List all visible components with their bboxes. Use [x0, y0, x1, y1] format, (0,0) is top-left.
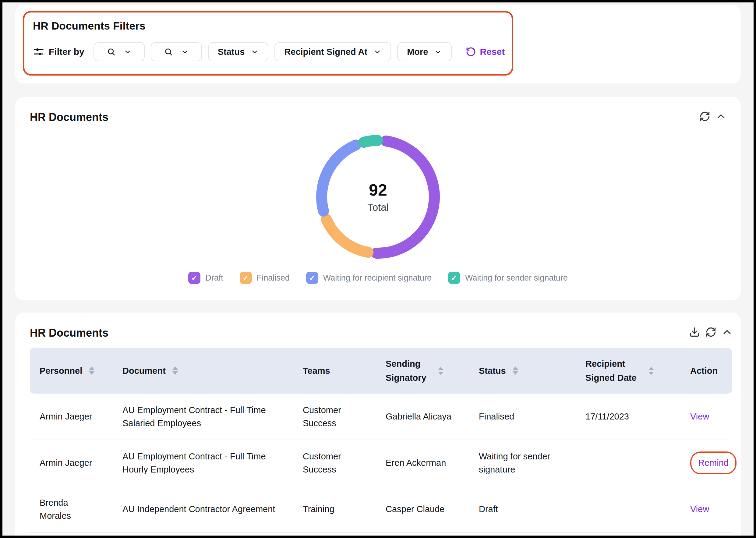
recipient-signed-at-dropdown[interactable]: Recipient Signed At: [275, 42, 391, 61]
filters-card: HR Documents Filters Filter by: [15, 5, 741, 83]
chevron-up-icon: [722, 327, 732, 337]
legend-item-finalised[interactable]: ✓Finalised: [240, 272, 290, 284]
chevron-up-icon: [716, 111, 726, 122]
cell-document: AU Employment Contract - Full Time Hourl…: [113, 450, 293, 475]
cell-personnel: Brenda Morales: [30, 496, 113, 522]
checkmark-icon: ✓: [240, 272, 252, 284]
chart-card-title: HR Documents: [30, 111, 108, 124]
legend-item-draft[interactable]: ✓Draft: [188, 272, 223, 284]
recipient-signed-at-label: Recipient Signed At: [284, 47, 367, 57]
sort-arrows-icon[interactable]: [513, 366, 518, 375]
view-link[interactable]: View: [690, 504, 709, 514]
chart-legend: ✓Draft✓Finalised✓Waiting for recipient s…: [30, 272, 726, 284]
view-link[interactable]: View: [690, 411, 709, 422]
table-card-title: HR Documents: [30, 327, 108, 339]
chevron-down-icon: [181, 48, 189, 56]
table-row: Armin Jaeger AU Employment Contract - Fu…: [30, 394, 732, 440]
donut-segment-waiting-for-recipient-signature[interactable]: [322, 145, 356, 211]
download-button[interactable]: [689, 327, 700, 338]
filter-by-label: Filter by: [49, 47, 84, 57]
table-row: Armin Jaeger AU Employment Contract - Fu…: [30, 440, 732, 486]
column-header-status[interactable]: Status: [469, 364, 576, 378]
legend-item-waiting-for-recipient-signature[interactable]: ✓Waiting for recipient signature: [306, 272, 431, 284]
search-icon: [107, 47, 116, 56]
column-header-teams: Teams: [293, 364, 376, 378]
cell-status: Draft: [469, 503, 576, 515]
filters-title: HR Documents Filters: [33, 20, 512, 32]
cell-recipient-signed-date: 17/11/2023: [576, 410, 680, 423]
legend-label: Waiting for sender signature: [465, 273, 568, 283]
donut-segment-draft[interactable]: [377, 141, 434, 253]
donut-segment-finalised[interactable]: [326, 219, 368, 252]
chevron-down-icon: [434, 48, 442, 56]
refresh-icon: [705, 327, 716, 338]
cell-status: Finalised: [469, 410, 576, 423]
reset-button[interactable]: Reset: [466, 47, 505, 57]
cell-sending-signatory: Gabriella Alicaya: [376, 410, 469, 423]
cell-action: View: [680, 503, 732, 515]
annotation-highlight-filters: HR Documents Filters Filter by: [23, 11, 513, 76]
table-header-row: Personnel Document Teams Sending Signato…: [30, 348, 732, 394]
cell-document: AU Employment Contract - Full Time Salar…: [113, 404, 293, 429]
sort-arrows-icon[interactable]: [89, 366, 94, 375]
sort-arrows-icon[interactable]: [648, 367, 654, 375]
legend-item-waiting-for-sender-signature[interactable]: ✓Waiting for sender signature: [448, 272, 568, 284]
refresh-button[interactable]: [699, 111, 710, 122]
chevron-down-icon: [251, 48, 259, 56]
search-dropdown-1[interactable]: [93, 42, 145, 61]
donut-chart-svg: [308, 127, 448, 267]
chevron-down-icon: [124, 48, 131, 56]
table-row: Brenda Morales AU Independent Contractor…: [30, 486, 732, 532]
legend-label: Finalised: [257, 273, 290, 283]
refresh-icon: [699, 111, 710, 122]
cell-teams: Training: [293, 503, 376, 515]
cell-sending-signatory: Casper Claude: [376, 503, 469, 515]
collapse-button[interactable]: [722, 327, 732, 337]
checkmark-icon: ✓: [306, 272, 318, 284]
checkmark-icon: ✓: [188, 272, 200, 284]
column-header-sending-signatory[interactable]: Sending Signatory: [376, 357, 469, 385]
chart-card: HR Documents 92 Total ✓Draft✓Finalised✓W…: [15, 97, 741, 300]
column-header-action: Action: [680, 364, 732, 378]
collapse-button[interactable]: [716, 111, 726, 122]
filter-row: Filter by Status: [33, 42, 512, 61]
table-card: HR Documents Perso: [15, 313, 741, 538]
cell-sending-signatory: Eren Ackerman: [376, 457, 469, 469]
column-header-recipient-signed-date[interactable]: Recipient Signed Date: [576, 357, 680, 385]
sort-arrows-icon[interactable]: [438, 367, 443, 375]
filter-by-label-group: Filter by: [33, 46, 84, 58]
sliders-icon: [33, 46, 44, 58]
status-dropdown-label: Status: [218, 47, 245, 57]
hr-documents-table: Personnel Document Teams Sending Signato…: [30, 348, 732, 532]
legend-label: Waiting for recipient signature: [323, 273, 431, 283]
cell-teams: Customer Success: [293, 404, 376, 429]
search-icon: [164, 47, 173, 56]
download-icon: [689, 327, 700, 338]
donut-chart: 92 Total: [308, 127, 448, 267]
sort-arrows-icon[interactable]: [173, 366, 178, 375]
cell-teams: Customer Success: [293, 450, 376, 475]
remind-link[interactable]: Remind: [698, 458, 729, 468]
cell-action: View: [680, 410, 732, 423]
reset-label: Reset: [480, 47, 505, 57]
cell-personnel: Armin Jaeger: [30, 410, 113, 423]
chevron-down-icon: [374, 48, 381, 56]
search-dropdown-2[interactable]: [151, 42, 202, 61]
cell-document: AU Independent Contractor Agreement: [113, 503, 293, 515]
cell-status: Waiting for sender signature: [469, 450, 576, 475]
legend-label: Draft: [205, 273, 223, 283]
annotation-highlight-remind: Remind: [690, 452, 736, 474]
rotate-ccw-icon: [466, 47, 476, 57]
checkmark-icon: ✓: [448, 272, 460, 284]
column-header-document[interactable]: Document: [113, 364, 293, 378]
more-dropdown-label: More: [407, 47, 428, 57]
cell-action: Remind: [680, 452, 736, 474]
cell-personnel: Armin Jaeger: [30, 457, 113, 469]
column-header-personnel[interactable]: Personnel: [30, 364, 113, 378]
donut-segment-waiting-for-sender-signature[interactable]: [364, 140, 378, 142]
status-dropdown[interactable]: Status: [208, 42, 269, 61]
more-dropdown[interactable]: More: [397, 42, 452, 61]
refresh-button[interactable]: [705, 327, 716, 338]
